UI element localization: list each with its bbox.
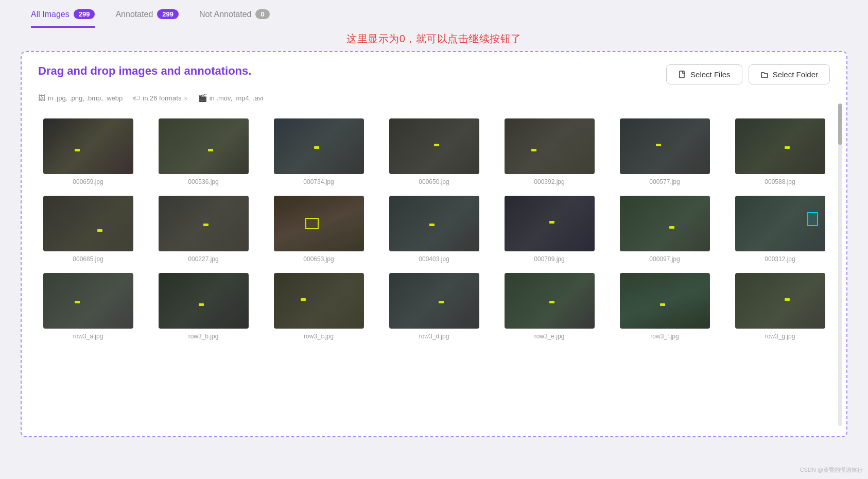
- image-thumbnail: [159, 118, 249, 174]
- image-thumbnail: [505, 118, 595, 174]
- image-label: row3_c.jpg: [304, 333, 334, 340]
- image-card[interactable]: row3_d.jpg: [384, 273, 484, 340]
- image-card[interactable]: row3_a.jpg: [38, 273, 138, 340]
- image-card[interactable]: 000312.jpg: [730, 196, 830, 263]
- image-card[interactable]: row3_g.jpg: [730, 273, 830, 340]
- image-format-icon: 🖼: [38, 94, 45, 102]
- tabs-bar: All Images 299 Annotated 299 Not Annotat…: [0, 0, 868, 28]
- image-thumbnail: [505, 273, 595, 329]
- image-card[interactable]: 000403.jpg: [384, 196, 484, 263]
- annotation-hint: 这里显示为0，就可以点击继续按钮了: [0, 28, 868, 48]
- image-card[interactable]: row3_b.jpg: [153, 273, 253, 340]
- image-label: 000588.jpg: [765, 178, 795, 185]
- format-more: »: [184, 94, 187, 102]
- annotation-dot: [660, 303, 665, 306]
- label-format-icon: 🏷: [133, 94, 140, 102]
- image-label: 000659.jpg: [73, 178, 103, 185]
- image-thumbnail: [620, 118, 710, 174]
- image-card[interactable]: 000709.jpg: [499, 196, 599, 263]
- image-grid: 000659.jpg000536.jpg000734.jpg000650.jpg…: [22, 108, 846, 350]
- annotation-dot: [785, 146, 790, 149]
- image-thumbnail: [735, 118, 825, 174]
- annotation-dot: [208, 149, 213, 151]
- image-card[interactable]: 000734.jpg: [269, 118, 369, 185]
- label-format-text: in 26 formats: [143, 94, 181, 102]
- action-buttons: Select Files Select Folder: [666, 64, 830, 84]
- image-thumbnail: [389, 196, 479, 251]
- label-format-hint: 🏷 in 26 formats »: [133, 94, 187, 102]
- annotation-dot: [785, 298, 790, 301]
- image-card[interactable]: row3_f.jpg: [615, 273, 715, 340]
- image-card[interactable]: row3_c.jpg: [269, 273, 369, 340]
- tab-annotated-badge: 299: [157, 9, 179, 19]
- image-label: 000403.jpg: [419, 255, 449, 263]
- select-files-label: Select Files: [690, 70, 731, 79]
- image-format-text: in .jpg, .png, .bmp, .webp: [48, 94, 123, 102]
- image-thumbnail: [43, 118, 133, 174]
- scroll-thumb[interactable]: [838, 104, 842, 145]
- annotation-dot: [314, 146, 319, 149]
- image-label: 000650.jpg: [419, 178, 449, 185]
- image-label: 000685.jpg: [73, 255, 103, 263]
- image-card[interactable]: 000227.jpg: [153, 196, 253, 263]
- image-card[interactable]: 000588.jpg: [730, 118, 830, 185]
- tab-all-label: All Images: [31, 10, 70, 19]
- image-thumbnail: [505, 196, 595, 251]
- tab-not-annotated[interactable]: Not Annotated 0: [199, 9, 270, 28]
- image-thumbnail: [43, 273, 133, 329]
- image-label: 000734.jpg: [303, 178, 334, 185]
- image-label: 000312.jpg: [765, 255, 795, 263]
- svg-rect-0: [680, 71, 684, 78]
- select-files-button[interactable]: Select Files: [666, 64, 742, 84]
- image-label: row3_f.jpg: [650, 333, 679, 340]
- image-card[interactable]: 000653.jpg: [269, 196, 369, 263]
- page-wrapper: All Images 299 Annotated 299 Not Annotat…: [0, 0, 868, 479]
- image-thumbnail: [159, 273, 249, 329]
- image-card[interactable]: 000392.jpg: [499, 118, 599, 185]
- image-label: 000097.jpg: [649, 255, 680, 263]
- image-label: 000227.jpg: [188, 255, 218, 263]
- image-label: row3_a.jpg: [73, 333, 103, 340]
- image-card[interactable]: 000650.jpg: [384, 118, 484, 185]
- image-thumbnail: [274, 118, 364, 174]
- video-format-icon: 🎬: [198, 94, 207, 102]
- image-format-hint: 🖼 in .jpg, .png, .bmp, .webp: [38, 94, 123, 102]
- image-thumbnail: [735, 196, 825, 251]
- annotation-dot: [97, 229, 102, 232]
- image-thumbnail: [43, 196, 133, 251]
- image-label: row3_d.jpg: [419, 333, 449, 340]
- image-card[interactable]: 000685.jpg: [38, 196, 138, 263]
- drop-zone[interactable]: Drag and drop images and annotations. Se…: [21, 51, 847, 437]
- image-card[interactable]: 000536.jpg: [153, 118, 253, 185]
- annotation-dot: [439, 301, 444, 303]
- image-card[interactable]: 000577.jpg: [615, 118, 715, 185]
- image-label: 000709.jpg: [534, 255, 564, 263]
- image-card[interactable]: 000659.jpg: [38, 118, 138, 185]
- annotation-dot: [75, 301, 80, 303]
- folder-icon: [760, 71, 769, 79]
- tab-annotated-label: Annotated: [115, 10, 153, 19]
- image-thumbnail: [274, 196, 364, 251]
- annotation-dot: [301, 298, 306, 301]
- image-card[interactable]: 000097.jpg: [615, 196, 715, 263]
- image-label: 000392.jpg: [534, 178, 564, 185]
- image-label: 000653.jpg: [303, 255, 334, 263]
- scroll-track[interactable]: [838, 104, 842, 426]
- image-label: 000577.jpg: [649, 178, 680, 185]
- drop-zone-title: Drag and drop images and annotations.: [38, 64, 251, 78]
- tab-annotated[interactable]: Annotated 299: [115, 9, 179, 28]
- annotation-dot: [549, 221, 554, 224]
- select-folder-button[interactable]: Select Folder: [749, 64, 830, 84]
- format-hints: 🖼 in .jpg, .png, .bmp, .webp 🏷 in 26 for…: [22, 91, 846, 108]
- tab-not-annotated-label: Not Annotated: [199, 10, 251, 19]
- image-label: 000536.jpg: [188, 178, 218, 185]
- video-format-text: in .mov, .mp4, .avi: [210, 94, 264, 102]
- tab-all-badge: 299: [74, 9, 95, 19]
- image-thumbnail: [389, 118, 479, 174]
- tab-all-images[interactable]: All Images 299: [31, 9, 95, 28]
- image-card[interactable]: row3_e.jpg: [499, 273, 599, 340]
- image-thumbnail: [274, 273, 364, 329]
- annotation-dot: [429, 224, 435, 226]
- image-label: row3_e.jpg: [534, 333, 565, 340]
- drop-zone-header: Drag and drop images and annotations. Se…: [22, 52, 846, 91]
